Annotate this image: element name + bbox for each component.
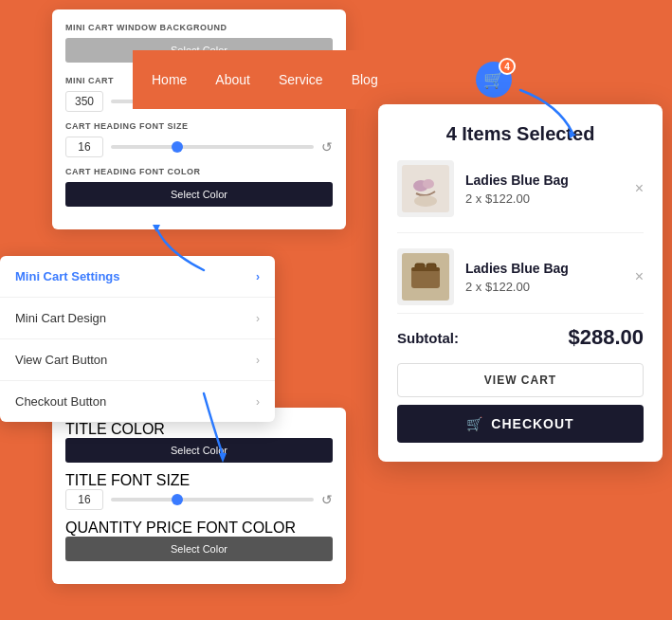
menu-item-label: View Cart Button <box>15 353 107 367</box>
menu-item-label: Checkout Button <box>15 394 106 409</box>
nav-about[interactable]: About <box>215 72 250 87</box>
item-remove-2[interactable]: × <box>635 268 644 285</box>
cart-heading-font-color-label: CART HEADING FONT COLOR <box>65 167 333 176</box>
slider-track-2[interactable] <box>111 145 314 149</box>
svg-rect-8 <box>411 267 440 271</box>
nav-links: Home About Service Blog <box>152 72 378 87</box>
item-remove-1[interactable]: × <box>635 180 644 197</box>
slider-thumb-2[interactable] <box>172 141 183 153</box>
settings-panel: MINI CART WINDOW BACKGROUND Select Color… <box>52 9 346 229</box>
select-color-button-2[interactable]: Select Color <box>65 182 333 207</box>
cart-heading-font-size-label: CART HEADING FONT SIZE <box>65 121 333 131</box>
reset-button-3[interactable]: ↺ <box>321 492 333 507</box>
view-cart-button[interactable]: VIEW CART <box>397 363 644 397</box>
nav-service[interactable]: Service <box>279 72 323 87</box>
slider-thumb-3[interactable] <box>172 494 183 505</box>
reset-button-2[interactable]: ↺ <box>321 139 333 155</box>
arrow-annotation-3 <box>511 85 587 142</box>
item-name-2: Ladies Blue Bag <box>465 261 624 276</box>
nav-blog[interactable]: Blog <box>352 72 378 87</box>
menu-item-label: Mini Cart Settings <box>15 269 120 283</box>
cart-icon-button[interactable]: 🛒 4 <box>476 62 512 98</box>
arrow-annotation-2 <box>175 389 251 465</box>
chevron-right-icon: › <box>256 354 260 367</box>
cart-badge: 4 <box>499 58 516 75</box>
arrow-annotation-1 <box>147 223 223 280</box>
item-image-1 <box>397 160 454 217</box>
select-color-button-4[interactable]: Select Color <box>65 537 333 561</box>
slider-value-1: 350 <box>65 91 103 112</box>
item-image-2 <box>397 248 454 305</box>
item-price-2: 2 x $122.00 <box>465 280 624 294</box>
chevron-right-icon: › <box>256 312 260 325</box>
cart-item-2: Ladies Blue Bag 2 x $122.00 × <box>397 248 644 314</box>
slider-track-3[interactable] <box>111 498 314 501</box>
mini-cart-bg-label: MINI CART WINDOW BACKGROUND <box>65 23 333 32</box>
nav-home[interactable]: Home <box>152 72 187 87</box>
item-name-1: Ladies Blue Bag <box>465 173 624 188</box>
mini-cart-panel: 4 Items Selected Ladies Blue Bag 2 x $12… <box>378 104 663 462</box>
menu-item-label: Mini Cart Design <box>15 311 106 325</box>
cart-item-1: Ladies Blue Bag 2 x $122.00 × <box>397 160 644 233</box>
title-font-size-label: TITLE FONT SIZE <box>65 472 333 489</box>
checkout-label: CHECKOUT <box>491 416 573 431</box>
svg-point-3 <box>414 195 437 207</box>
subtotal-label: Subtotal: <box>397 330 459 346</box>
svg-point-2 <box>423 179 434 189</box>
menu-item-mini-cart-settings[interactable]: Mini Cart Settings › <box>0 256 275 298</box>
svg-marker-10 <box>219 453 227 463</box>
menu-item-mini-cart-design[interactable]: Mini Cart Design › <box>0 298 275 339</box>
navbar: Home About Service Blog 🛒 4 <box>133 50 531 109</box>
chevron-right-icon: › <box>256 395 260 409</box>
slider-value-2: 16 <box>65 137 103 157</box>
slider-row-2: 16 ↺ <box>65 137 333 157</box>
item-details-1: Ladies Blue Bag 2 x $122.00 <box>465 173 624 206</box>
menu-item-view-cart-button[interactable]: View Cart Button › <box>0 339 275 381</box>
chevron-right-icon: › <box>256 270 260 283</box>
item-price-1: 2 x $122.00 <box>465 191 624 206</box>
checkout-button[interactable]: 🛒 CHECKOUT <box>397 405 644 443</box>
slider-value-3: 16 <box>65 489 103 510</box>
subtotal-amount: $288.00 <box>568 325 644 350</box>
quantity-price-font-color-label: QUANTITY PRICE FONT COLOR <box>65 520 333 537</box>
subtotal-row: Subtotal: $288.00 <box>397 325 644 350</box>
item-details-2: Ladies Blue Bag 2 x $122.00 <box>465 261 624 294</box>
cart-checkout-icon: 🛒 <box>466 416 483 431</box>
slider-row-3: 16 ↺ <box>65 489 333 510</box>
